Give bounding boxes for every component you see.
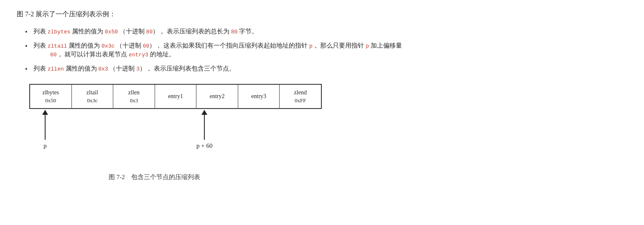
code-3: 3 bbox=[136, 66, 140, 72]
code-zllen: zllen bbox=[48, 66, 64, 72]
bullet3-text: 列表 zllen 属性的值为 0x3 （十进制 3）， 表示压缩列表包含三个节点… bbox=[33, 65, 235, 72]
code-0x3: 0x3 bbox=[98, 66, 108, 72]
code-60-2: 60 bbox=[50, 52, 57, 58]
diagram-area: zlbytes 0x50 zltail 0x3c zllen 0x3 entry… bbox=[21, 84, 355, 167]
code-zltail: zltail bbox=[48, 43, 67, 49]
bullet2-line1: 列表 zltail 属性的值为 0x3c （十进制 60）， 这表示如果我们有一… bbox=[33, 42, 402, 49]
arrow-p60-shaft bbox=[204, 115, 205, 140]
cell-entry1: entry1 bbox=[155, 85, 197, 108]
arrow-p: p bbox=[42, 110, 48, 149]
ziplist-table: zlbytes 0x50 zltail 0x3c zllen 0x3 entry… bbox=[29, 84, 322, 109]
bullet-item-3: 列表 zllen 属性的值为 0x3 （十进制 3）， 表示压缩列表包含三个节点… bbox=[25, 63, 627, 74]
caption-text: 图 7-2 包含三个节点的压缩列表 bbox=[109, 174, 200, 180]
bullet-item-2: 列表 zltail 属性的值为 0x3c （十进制 60）， 这表示如果我们有一… bbox=[25, 40, 627, 60]
code-80-2: 80 bbox=[231, 29, 238, 35]
bullet-list: 列表 zlbytes 属性的值为 0x50 （十进制 80）， 表示压缩列表的总… bbox=[25, 26, 627, 74]
arrow-p60-head bbox=[201, 110, 207, 115]
arrow-p60-label: p + 60 bbox=[196, 142, 212, 149]
code-60: 60 bbox=[143, 43, 150, 49]
cell-zlend: zlend 0xFF bbox=[280, 85, 321, 108]
code-80: 80 bbox=[146, 29, 153, 35]
code-0x50: 0x50 bbox=[105, 29, 118, 35]
title-text: 图 7-2 展示了一个压缩列表示例： bbox=[17, 10, 116, 18]
bullet-item-1: 列表 zlbytes 属性的值为 0x50 （十进制 80）， 表示压缩列表的总… bbox=[25, 26, 627, 37]
bullet1-text: 列表 zlbytes 属性的值为 0x50 （十进制 80）， 表示压缩列表的总… bbox=[33, 28, 258, 35]
arrow-p-shaft bbox=[45, 115, 46, 140]
figure-caption: 图 7-2 包含三个节点的压缩列表 bbox=[109, 173, 627, 181]
code-0x3c: 0x3c bbox=[102, 43, 115, 49]
arrow-p-head bbox=[42, 110, 48, 115]
code-entry3: entry3 bbox=[129, 52, 148, 58]
cell-entry3: entry3 bbox=[238, 85, 280, 108]
section-title: 图 7-2 展示了一个压缩列表示例： bbox=[17, 10, 627, 19]
cell-entry2: entry2 bbox=[196, 85, 238, 108]
bullet2-line2: 60， 就可以计算出表尾节点 entry3 的地址。 bbox=[50, 49, 627, 60]
code-zlbytes: zlbytes bbox=[48, 29, 71, 35]
arrow-p-label: p bbox=[43, 142, 47, 149]
code-p2: p bbox=[366, 43, 369, 49]
code-p: p bbox=[309, 43, 313, 49]
arrow-p60: p + 60 bbox=[196, 110, 212, 149]
cell-zlbytes: zlbytes 0x50 bbox=[30, 85, 72, 108]
cell-zltail: zltail 0x3c bbox=[72, 85, 114, 108]
cell-zllen: zllen 0x3 bbox=[113, 85, 155, 108]
